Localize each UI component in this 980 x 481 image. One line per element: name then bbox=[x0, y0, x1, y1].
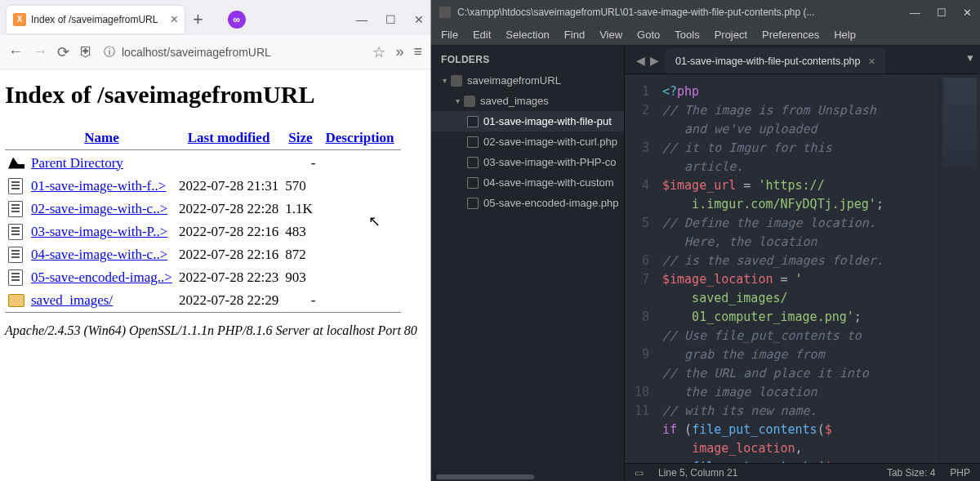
status-bar: ▭ Line 5, Column 21 Tab Size: 4 PHP bbox=[625, 463, 980, 481]
menu-edit[interactable]: Edit bbox=[473, 29, 491, 41]
close-window-icon[interactable]: ✕ bbox=[963, 7, 972, 19]
file-icon bbox=[8, 178, 23, 194]
file-icon bbox=[8, 224, 23, 240]
col-modified[interactable]: Last modified bbox=[176, 127, 282, 150]
parent-dir-icon bbox=[8, 158, 24, 169]
file-icon bbox=[467, 116, 479, 127]
tree-folder[interactable]: ▾saved_images bbox=[431, 91, 624, 111]
favicon-icon: X bbox=[13, 13, 26, 26]
tab-title: Index of /saveimagefromURL bbox=[31, 14, 167, 25]
parent-dir-link[interactable]: Parent Directory bbox=[31, 155, 123, 171]
tree-file[interactable]: 04-save-image-with-custom bbox=[431, 172, 624, 193]
tab-next-icon[interactable]: ▶ bbox=[650, 54, 659, 67]
forward-button[interactable]: → bbox=[33, 43, 47, 60]
file-icon bbox=[467, 177, 479, 189]
file-link[interactable]: 05-save-encoded-imag..> bbox=[31, 269, 172, 285]
menu-find[interactable]: Find bbox=[564, 29, 585, 41]
tree-file[interactable]: 05-save-encoded-image.php bbox=[431, 193, 624, 213]
shield-icon[interactable]: ⛨ bbox=[79, 43, 94, 60]
col-desc[interactable]: Description bbox=[318, 127, 400, 150]
line-gutter: 12 3 4 5 67 8 9 1011 bbox=[625, 74, 657, 463]
tree-file[interactable]: 03-save-image-with-PHP-co bbox=[431, 152, 624, 172]
folder-link[interactable]: saved_images/ bbox=[31, 292, 113, 308]
table-row: 05-save-encoded-imag..> 2022-07-28 22:23… bbox=[5, 266, 401, 289]
code-editor[interactable]: 12 3 4 5 67 8 9 1011 <?php // The image … bbox=[625, 74, 980, 463]
status-lang[interactable]: PHP bbox=[950, 467, 970, 479]
sidebar-scrollbar[interactable] bbox=[431, 473, 624, 481]
editor-tabs: ◀▶ 01-save-image-with-file-put-contents.… bbox=[625, 46, 980, 74]
table-row: saved_images/ 2022-07-28 22:29 - bbox=[5, 289, 401, 313]
close-tab-icon[interactable]: × bbox=[869, 55, 875, 68]
col-size[interactable]: Size bbox=[282, 127, 318, 150]
sublime-titlebar: C:\xampp\htdocs\saveimagefromURL\01-save… bbox=[431, 0, 980, 24]
window-title: C:\xampp\htdocs\saveimagefromURL\01-save… bbox=[457, 7, 815, 18]
lock-icon: ⓘ bbox=[104, 45, 115, 60]
back-button[interactable]: ← bbox=[8, 43, 23, 60]
close-tab-icon[interactable]: × bbox=[171, 12, 178, 27]
status-cursor: Line 5, Column 21 bbox=[658, 467, 737, 479]
maximize-icon[interactable]: ☐ bbox=[385, 13, 396, 26]
minimize-icon[interactable]: — bbox=[910, 7, 920, 19]
table-row: 02-save-image-with-c..> 2022-07-28 22:28… bbox=[5, 198, 401, 220]
overflow-icon[interactable]: » bbox=[395, 43, 403, 60]
menu-file[interactable]: File bbox=[441, 29, 458, 41]
page-content: Index of /saveimagefromURL Name Last mod… bbox=[0, 69, 430, 481]
file-icon bbox=[467, 198, 479, 209]
menu-selection[interactable]: Selection bbox=[506, 29, 549, 41]
file-icon bbox=[8, 269, 23, 286]
extension-icon[interactable]: ∞ bbox=[228, 11, 246, 29]
menu-tools[interactable]: Tools bbox=[675, 29, 699, 41]
status-tabsize[interactable]: Tab Size: 4 bbox=[887, 467, 935, 479]
table-row: 03-save-image-with-P..> 2022-07-28 22:16… bbox=[5, 220, 401, 243]
editor-tab[interactable]: 01-save-image-with-file-put-contents.php… bbox=[666, 48, 885, 73]
sublime-window: C:\xampp\htdocs\saveimagefromURL\01-save… bbox=[431, 0, 980, 481]
status-panel-icon[interactable]: ▭ bbox=[635, 467, 644, 479]
file-icon bbox=[8, 201, 23, 217]
menu-view[interactable]: View bbox=[599, 29, 622, 41]
file-size: 570 bbox=[282, 175, 318, 198]
folder-icon bbox=[464, 96, 475, 107]
menu-help[interactable]: Help bbox=[834, 29, 856, 41]
browser-tab[interactable]: X Index of /saveimagefromURL × bbox=[7, 6, 185, 33]
tree-file[interactable]: 01-save-image-with-file-put bbox=[431, 111, 624, 131]
sidebar: FOLDERS ▾saveimagefromURL ▾saved_images … bbox=[431, 46, 625, 481]
reload-button[interactable]: ⟳ bbox=[57, 43, 69, 61]
minimize-icon[interactable]: — bbox=[356, 13, 368, 26]
tree-folder-root[interactable]: ▾saveimagefromURL bbox=[431, 70, 624, 91]
menu-goto[interactable]: Goto bbox=[637, 29, 660, 41]
tab-dropdown-icon[interactable]: ▼ bbox=[965, 52, 975, 64]
hamburger-menu-icon[interactable]: ≡ bbox=[413, 43, 422, 60]
tree-file[interactable]: 02-save-image-with-curl.php bbox=[431, 131, 624, 152]
close-window-icon[interactable]: ✕ bbox=[414, 13, 424, 26]
bookmark-star-icon[interactable]: ☆ bbox=[372, 43, 385, 61]
col-name[interactable]: Name bbox=[28, 127, 176, 150]
file-link[interactable]: 02-save-image-with-c..> bbox=[31, 201, 167, 216]
new-tab-button[interactable]: + bbox=[193, 9, 203, 30]
firefox-window: X Index of /saveimagefromURL × + ∞ — ☐ ✕… bbox=[0, 0, 431, 481]
firefox-toolbar: ← → ⟳ ⛨ ⓘ localhost/saveimagefromURL ☆ »… bbox=[0, 35, 430, 69]
code-content[interactable]: <?php // The image is from Unsplash and … bbox=[657, 74, 939, 463]
app-icon bbox=[439, 7, 451, 18]
table-row: 04-save-image-with-c..> 2022-07-28 22:16… bbox=[5, 243, 401, 266]
folder-icon bbox=[451, 75, 462, 87]
file-icon bbox=[467, 157, 479, 168]
address-bar[interactable]: ⓘ localhost/saveimagefromURL bbox=[104, 45, 363, 60]
file-link[interactable]: 03-save-image-with-P..> bbox=[31, 224, 167, 239]
url-text: localhost/saveimagefromURL bbox=[122, 46, 271, 59]
file-icon bbox=[8, 247, 23, 263]
menu-preferences[interactable]: Preferences bbox=[762, 29, 819, 41]
menu-bar: File Edit Selection Find View Goto Tools… bbox=[431, 24, 980, 46]
tab-prev-icon[interactable]: ◀ bbox=[636, 54, 645, 67]
firefox-titlebar: X Index of /saveimagefromURL × + ∞ — ☐ ✕ bbox=[0, 0, 430, 35]
folder-icon bbox=[8, 294, 24, 307]
page-title: Index of /saveimagefromURL bbox=[5, 81, 425, 109]
maximize-icon[interactable]: ☐ bbox=[937, 7, 947, 19]
file-link[interactable]: 01-save-image-with-f..> bbox=[31, 178, 166, 194]
sidebar-header: FOLDERS bbox=[431, 46, 624, 70]
file-icon bbox=[467, 136, 479, 148]
minimap[interactable] bbox=[939, 74, 980, 463]
directory-listing: Name Last modified Size Description Pare… bbox=[5, 127, 401, 314]
file-link[interactable]: 04-save-image-with-c..> bbox=[31, 247, 167, 262]
table-row: 01-save-image-with-f..> 2022-07-28 21:31… bbox=[5, 175, 401, 198]
menu-project[interactable]: Project bbox=[715, 29, 747, 41]
